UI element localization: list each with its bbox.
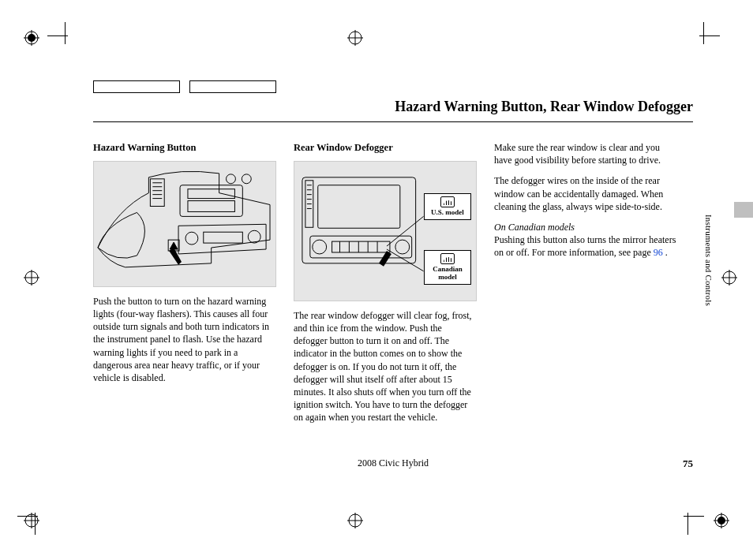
section-tab [734, 202, 753, 218]
col3-para1: Make sure the rear window is clear and y… [494, 141, 677, 166]
section-tab-label: Instruments and Controls [704, 215, 714, 306]
svg-rect-39 [318, 185, 400, 229]
registration-mark-icon [721, 270, 737, 286]
canadian-model-label: Canadian model [424, 250, 471, 285]
registration-mark-icon [24, 513, 39, 528]
crop-mark [65, 22, 66, 44]
registration-mark-icon [347, 513, 363, 528]
crop-mark [703, 22, 704, 44]
dashboard-line-art [94, 162, 275, 287]
col2-paragraph: The rear window defogger will clear fog,… [294, 309, 477, 424]
us-model-label: U.S. model [424, 193, 471, 220]
column-2: Rear Window Defogger [294, 141, 477, 432]
registration-mark-icon [347, 30, 363, 46]
defogger-icon [440, 253, 455, 264]
svg-rect-38 [302, 177, 416, 263]
defogger-illustration: U.S. model Canadian model [294, 161, 477, 301]
page-number: 75 [683, 457, 693, 470]
doc-title: 2008 Civic Hybrid [93, 457, 693, 469]
columns: Hazard Warning Button [93, 141, 693, 432]
col3-para2: The defogger wires on the inside of the … [494, 174, 677, 213]
hazard-button-illustration [93, 161, 276, 287]
defogger-icon [440, 196, 455, 207]
footer: 2008 Civic Hybrid 75 [93, 457, 693, 469]
pointer-arrow-icon [379, 251, 391, 267]
col1-paragraph: Push the button to turn on the hazard wa… [93, 295, 276, 384]
col3-para3a: Pushing this button also turns the mirro… [494, 234, 676, 258]
crop-mark [699, 35, 720, 36]
note-label: On Canadian models [494, 222, 575, 233]
svg-rect-25 [188, 200, 234, 211]
canadian-model-text: Canadian model [433, 265, 463, 281]
registration-mark-icon [24, 30, 39, 46]
page-title: Hazard Warning Button, Rear Window Defog… [395, 99, 693, 115]
registration-mark-icon [714, 513, 729, 528]
crop-mark [684, 516, 704, 517]
svg-line-56 [387, 216, 424, 246]
content-area: Hazard Warning Button, Rear Window Defog… [93, 95, 693, 432]
svg-point-35 [248, 230, 260, 243]
column-1: Hazard Warning Button [93, 141, 276, 432]
svg-rect-43 [332, 241, 390, 252]
svg-point-42 [395, 240, 410, 254]
svg-point-27 [242, 174, 251, 184]
svg-rect-40 [310, 236, 412, 258]
manual-page: Instruments and Controls Hazard Warning … [0, 0, 753, 560]
title-rule [93, 121, 693, 122]
pointer-arrow-icon [169, 248, 182, 265]
svg-point-26 [227, 174, 236, 184]
header-slot [93, 80, 180, 93]
svg-line-57 [387, 249, 424, 271]
svg-rect-24 [188, 189, 234, 199]
col3-note: On Canadian models Pushing this button a… [494, 221, 677, 259]
page-ref-link[interactable]: 96 [654, 247, 663, 258]
header-slot [189, 80, 276, 93]
svg-rect-36 [204, 232, 243, 243]
column-3: Make sure the rear window is clear and y… [494, 141, 677, 432]
crop-mark [687, 513, 688, 535]
svg-point-41 [313, 240, 327, 254]
col3-para3b: . [663, 247, 668, 258]
col2-heading: Rear Window Defogger [294, 141, 477, 155]
svg-point-34 [185, 232, 198, 245]
col1-heading: Hazard Warning Button [93, 141, 276, 155]
us-model-text: U.S. model [431, 208, 464, 216]
registration-mark-icon [24, 270, 39, 286]
